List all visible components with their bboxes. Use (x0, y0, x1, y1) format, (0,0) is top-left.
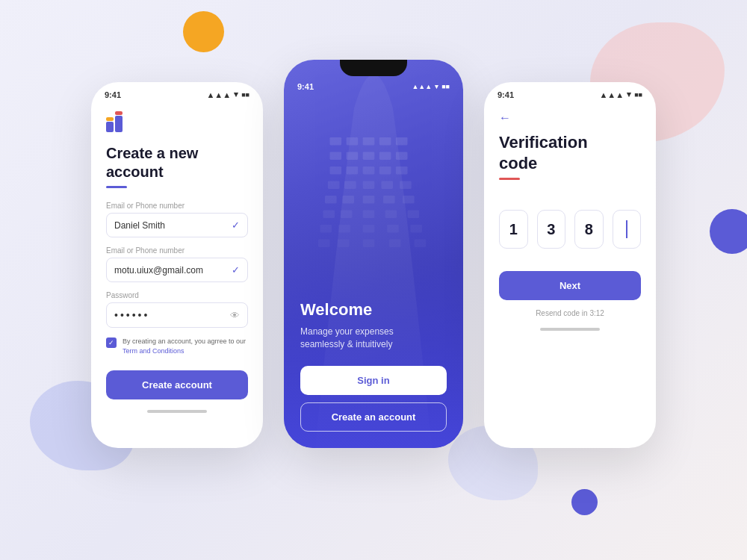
svg-rect-32 (385, 211, 397, 218)
code-value-3: 8 (585, 221, 593, 238)
phone3-content: ← Verification code 1 3 8 (484, 102, 656, 343)
terms-link[interactable]: Term and Conditions (123, 347, 185, 355)
back-arrow-icon[interactable]: ← (499, 111, 641, 125)
field1-check-icon: ✓ (232, 220, 240, 231)
field3-value: •••••• (114, 309, 149, 321)
home-indicator-3 (540, 328, 600, 331)
code-input-2[interactable]: 3 (537, 210, 566, 249)
svg-rect-41 (363, 240, 375, 247)
signal-icon-1: ▲▲▲ (206, 90, 231, 99)
status-bar-3: 9:41 ▲▲▲ ▾ ■■ (484, 82, 656, 102)
svg-rect-40 (338, 240, 350, 247)
svg-rect-7 (379, 137, 391, 145)
field3-input[interactable]: •••••• 👁 (106, 302, 248, 328)
svg-rect-43 (415, 240, 427, 247)
bg-yellow-circle (183, 11, 224, 52)
next-button[interactable]: Next (499, 271, 641, 300)
field1-value: Daniel Smith (114, 220, 165, 231)
field3-label: Password (106, 291, 248, 299)
code-input-4[interactable] (613, 210, 642, 249)
field2-label: Email or Phone number (106, 246, 248, 255)
svg-rect-4 (330, 137, 342, 145)
svg-rect-2 (115, 116, 123, 132)
verification-underline (499, 178, 520, 180)
code-inputs: 1 3 8 (499, 210, 641, 249)
svg-rect-16 (363, 167, 375, 174)
status-time-1: 9:41 (105, 90, 121, 99)
welcome-content: Welcome Manage your expenses seamlessly … (284, 300, 463, 448)
svg-rect-34 (320, 225, 332, 232)
svg-rect-33 (408, 211, 420, 218)
subtitle-line2: seamlessly & intuitively (300, 339, 392, 349)
terms-checkbox[interactable] (106, 337, 117, 348)
phone-welcome: 9:41 ▲▲▲ ▾ ■■ Welcome Manage your expens… (284, 60, 463, 448)
phone-create-account: 9:41 ▲▲▲ ▾ ■■ Create a new account Email… (91, 82, 263, 448)
terms-body: By creating an account, you agrree to ou… (123, 337, 246, 345)
terms-row: By creating an account, you agrree to ou… (106, 337, 248, 355)
status-time-2: 9:41 (297, 82, 314, 91)
svg-rect-26 (363, 196, 375, 203)
eye-icon[interactable]: 👁 (230, 310, 240, 321)
svg-rect-37 (387, 225, 399, 232)
svg-rect-15 (347, 167, 359, 174)
svg-rect-11 (363, 152, 375, 160)
ver-title-line1: Verification (499, 133, 588, 152)
verification-title: Verification code (499, 132, 641, 173)
svg-rect-38 (410, 225, 422, 232)
field1-input[interactable]: Daniel Smith ✓ (106, 213, 248, 237)
status-time-3: 9:41 (498, 90, 514, 99)
svg-rect-36 (363, 225, 375, 232)
field2-input[interactable]: motu.uiux@gmail.com ✓ (106, 258, 248, 282)
svg-rect-39 (318, 240, 330, 247)
status-icons-3: ▲▲▲ ▾ ■■ (599, 90, 642, 99)
bg-purple-circle-right (710, 209, 747, 254)
subtitle-line1: Manage your expenses (300, 326, 394, 337)
svg-rect-18 (396, 167, 408, 174)
svg-rect-27 (383, 196, 395, 203)
title-underline (106, 186, 127, 188)
cursor-blink (626, 220, 627, 238)
svg-rect-12 (379, 152, 391, 160)
wifi-icon-2: ▾ (435, 83, 438, 90)
svg-rect-29 (323, 211, 335, 218)
code-value-1: 1 (509, 221, 518, 238)
svg-rect-8 (396, 137, 408, 145)
svg-rect-42 (389, 240, 401, 247)
status-icons-2: ▲▲▲ ▾ ■■ (412, 83, 450, 90)
svg-rect-30 (341, 211, 353, 218)
signal-icon-2: ▲▲▲ (412, 83, 432, 90)
svg-rect-31 (363, 211, 375, 218)
wifi-icon-1: ▾ (234, 90, 238, 99)
svg-rect-1 (106, 117, 114, 121)
battery-icon-1: ■■ (241, 91, 249, 99)
svg-rect-24 (325, 196, 337, 203)
code-input-3[interactable]: 8 (574, 210, 604, 249)
field2-check-icon: ✓ (232, 264, 240, 276)
field1-label: Email or Phone number (106, 202, 248, 210)
status-bar-1: 9:41 ▲▲▲ ▾ ■■ (91, 82, 263, 102)
svg-rect-25 (342, 196, 354, 203)
title-line1: Create a new (106, 145, 198, 161)
app-logo (106, 111, 127, 132)
code-input-1[interactable]: 1 (499, 210, 528, 249)
svg-rect-6 (363, 137, 375, 145)
svg-rect-22 (381, 181, 393, 189)
svg-rect-0 (106, 122, 114, 132)
home-indicator-1 (147, 410, 207, 413)
svg-rect-14 (330, 167, 342, 174)
create-account-button[interactable]: Create account (106, 370, 248, 399)
svg-rect-19 (328, 181, 340, 189)
phone1-content: Create a new account Email or Phone numb… (91, 102, 263, 425)
svg-rect-28 (403, 196, 415, 203)
phone1-title: Create a new account (106, 144, 248, 181)
phone-verification: 9:41 ▲▲▲ ▾ ■■ ← Verification code 1 3 (484, 82, 656, 448)
battery-icon-2: ■■ (441, 83, 450, 90)
battery-icon-3: ■■ (634, 91, 642, 99)
title-line2: account (106, 164, 164, 180)
signin-button[interactable]: Sign in (300, 366, 447, 395)
svg-rect-21 (363, 181, 375, 189)
ver-title-line2: code (499, 154, 537, 172)
welcome-subtitle: Manage your expenses seamlessly & intuit… (300, 326, 447, 351)
svg-rect-3 (115, 111, 123, 115)
create-account-button-2[interactable]: Create an account (300, 402, 447, 432)
